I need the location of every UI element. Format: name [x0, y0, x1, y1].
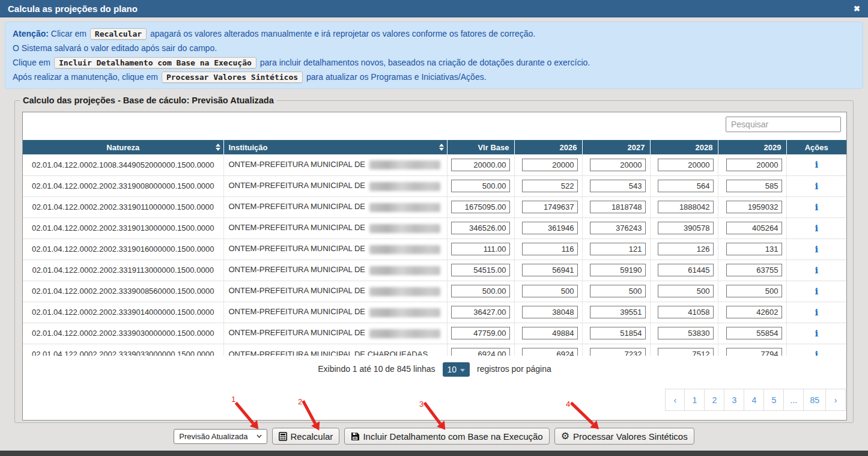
info-icon[interactable]: i	[815, 223, 818, 234]
year-2029-input[interactable]	[726, 348, 782, 356]
year-2028-input[interactable]	[658, 243, 714, 255]
table-scroll-area[interactable]: NaturezaInstituiçãoVlr Base2026202720282…	[23, 140, 846, 356]
natureza-cell: 02.01.04.122.0002.2002.3339014000000.150…	[23, 302, 223, 323]
year-2029-input[interactable]	[726, 201, 782, 213]
year-2029-input[interactable]	[726, 285, 782, 297]
year-2027-input[interactable]	[590, 306, 646, 318]
year-2027-input[interactable]	[590, 201, 646, 213]
page-button-2[interactable]: 2	[705, 389, 724, 411]
vlr-base-input[interactable]	[451, 264, 510, 276]
sort-icon[interactable]	[439, 144, 444, 151]
value-cell	[447, 260, 514, 281]
year-2027-input[interactable]	[590, 285, 646, 297]
info-icon[interactable]: i	[815, 349, 818, 356]
info-icon[interactable]: i	[815, 159, 818, 170]
year-2026-input[interactable]	[522, 306, 578, 318]
page-button-1[interactable]: 1	[685, 389, 705, 411]
year-2028-input[interactable]	[658, 222, 714, 234]
year-2026-input[interactable]	[522, 159, 578, 171]
year-2029-input[interactable]	[726, 306, 782, 318]
year-2029-input[interactable]	[726, 222, 782, 234]
recalcular-kbd: Recalcular	[90, 28, 147, 40]
year-2028-input[interactable]	[658, 327, 714, 339]
value-cell	[718, 154, 786, 175]
value-cell	[650, 260, 718, 281]
incluir-detalhamento-button[interactable]: Incluir Detalhamento com Base na Execuçã…	[344, 428, 549, 445]
next-page-button[interactable]: ›	[826, 389, 846, 411]
year-2029-input[interactable]	[726, 180, 782, 192]
year-2029-input[interactable]	[726, 243, 782, 255]
year-2027-input[interactable]	[590, 180, 646, 192]
value-cell	[447, 217, 514, 239]
year-2028-input[interactable]	[658, 264, 714, 276]
year-2026-input[interactable]	[522, 201, 578, 213]
page-button-3[interactable]: 3	[724, 389, 744, 411]
vlr-base-input[interactable]	[451, 243, 510, 255]
year-2028-input[interactable]	[658, 159, 714, 171]
year-2027-input[interactable]	[590, 222, 646, 234]
year-2028-input[interactable]	[658, 285, 714, 297]
value-cell	[650, 217, 718, 239]
vlr-base-input[interactable]	[451, 348, 510, 356]
notice-line-4: Após realizar a manutenção, clique em Pr…	[13, 70, 855, 84]
vlr-base-input[interactable]	[451, 159, 510, 171]
page-size-dropdown[interactable]: 10	[443, 362, 470, 377]
vlr-base-input[interactable]	[451, 327, 510, 339]
value-cell	[447, 344, 514, 356]
year-2028-input[interactable]	[658, 306, 714, 318]
acoes-cell: i	[786, 196, 846, 217]
year-2027-input[interactable]	[590, 264, 646, 276]
year-2028-input[interactable]	[658, 180, 714, 192]
processar-valores-kbd: Processar Valores Sintéticos	[162, 71, 303, 83]
recalcular-button[interactable]: Recalcular	[272, 428, 340, 445]
vlr-base-input[interactable]	[451, 306, 510, 318]
year-2027-input[interactable]	[590, 159, 646, 171]
info-icon[interactable]: i	[815, 307, 818, 318]
value-cell	[582, 302, 650, 323]
year-2029-input[interactable]	[726, 327, 782, 339]
year-2029-input[interactable]	[726, 264, 782, 276]
vlr-base-input[interactable]	[451, 180, 510, 192]
vlr-base-input[interactable]	[451, 285, 510, 297]
page-button-4[interactable]: 4	[744, 389, 764, 411]
instituicao-city: CHARQUEADAS	[368, 350, 428, 356]
year-2026-input[interactable]	[522, 327, 578, 339]
acoes-cell: i	[786, 154, 846, 175]
year-2029-input[interactable]	[726, 159, 782, 171]
value-cell	[650, 344, 718, 356]
info-icon[interactable]: i	[815, 328, 818, 339]
pagination-info: Exibindo 1 até 10 de 845 linhas 10 regis…	[23, 361, 846, 377]
prev-page-button[interactable]: ‹	[665, 389, 685, 411]
info-icon[interactable]: i	[815, 265, 818, 276]
year-2026-input[interactable]	[522, 222, 578, 234]
info-icon[interactable]: i	[815, 286, 818, 297]
column-header-natureza[interactable]: Natureza	[23, 140, 223, 154]
year-2027-input[interactable]	[590, 327, 646, 339]
value-cell	[718, 281, 786, 302]
year-2026-input[interactable]	[522, 180, 578, 192]
info-icon[interactable]: i	[815, 244, 818, 255]
close-icon[interactable]: ✖	[854, 4, 860, 13]
redacted-text	[369, 182, 440, 191]
vlr-base-input[interactable]	[451, 222, 510, 234]
info-icon[interactable]: i	[815, 181, 818, 192]
info-icon[interactable]: i	[815, 202, 818, 213]
table-panel: NaturezaInstituiçãoVlr Base2026202720282…	[22, 112, 847, 421]
year-2026-input[interactable]	[522, 348, 578, 356]
year-2027-input[interactable]	[590, 348, 646, 356]
search-input[interactable]	[726, 117, 841, 132]
year-2027-input[interactable]	[590, 243, 646, 255]
value-cell	[650, 175, 718, 196]
page-button-5[interactable]: 5	[764, 389, 784, 411]
year-2026-input[interactable]	[522, 264, 578, 276]
sort-icon[interactable]	[216, 144, 220, 151]
page-button-85[interactable]: 85	[804, 389, 826, 411]
value-cell	[447, 281, 514, 302]
year-2028-input[interactable]	[658, 201, 714, 213]
vlr-base-input[interactable]	[451, 201, 510, 213]
year-2026-input[interactable]	[522, 285, 578, 297]
year-2026-input[interactable]	[522, 243, 578, 255]
year-2028-input[interactable]	[658, 348, 714, 356]
processar-valores-button[interactable]: ⚙ Processar Valores Sintéticos	[554, 428, 694, 445]
column-header-instituicao[interactable]: Instituição	[223, 140, 447, 154]
